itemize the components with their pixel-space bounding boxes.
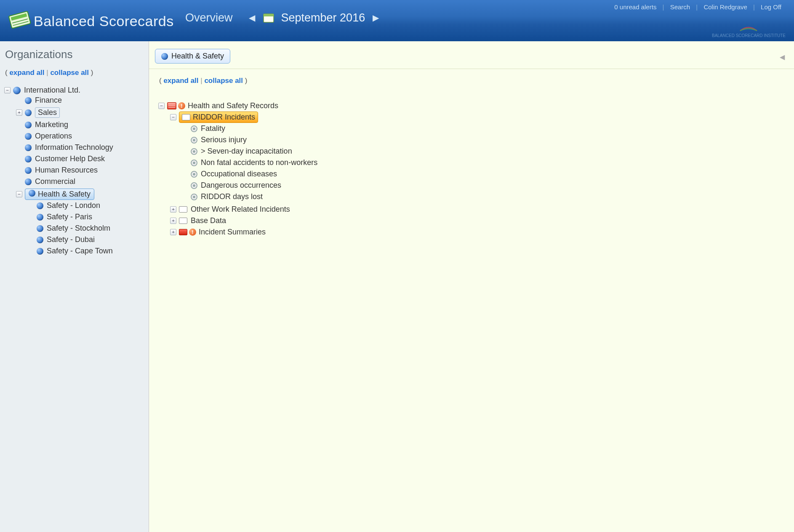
org-orb-icon xyxy=(25,178,32,185)
main-tree-controls: ( expand all | collapse all ) xyxy=(159,77,785,85)
app-logo-icon xyxy=(6,8,34,35)
metric-orb-icon xyxy=(191,148,197,155)
metric-item[interactable]: Dangerous occurrences xyxy=(201,181,281,190)
logoff-link[interactable]: Log Off xyxy=(761,3,781,11)
metric-orb-icon xyxy=(191,182,197,189)
main-collapse-all[interactable]: collapse all xyxy=(204,77,243,85)
breadcrumb-item[interactable]: Health & Safety xyxy=(155,49,230,64)
app-header: 0 unread alerts | Search | Colin Redgrav… xyxy=(0,0,794,41)
org-item-selected[interactable]: Health & Safety xyxy=(25,189,94,200)
calendar-icon xyxy=(263,12,277,24)
svg-rect-5 xyxy=(264,14,274,16)
header-links: 0 unread alerts | Search | Colin Redgrav… xyxy=(610,3,786,11)
period-prev-icon[interactable]: ◀ xyxy=(245,11,258,24)
metric-item[interactable]: Fatality xyxy=(201,124,225,133)
metric-item[interactable]: RIDDOR days lost xyxy=(201,192,263,201)
alerts-link[interactable]: 0 unread alerts xyxy=(614,3,656,11)
metric-orb-icon xyxy=(191,194,197,200)
tree-expand-icon[interactable]: + xyxy=(170,229,176,235)
metric-orb-icon xyxy=(191,137,197,144)
org-orb-icon xyxy=(37,225,43,232)
org-item[interactable]: Safety - Cape Town xyxy=(47,247,113,255)
sidebar: Organizations ( expand all | collapse al… xyxy=(0,41,149,532)
org-orb-icon xyxy=(37,248,43,255)
tree-collapse-icon[interactable]: − xyxy=(170,114,176,120)
org-item[interactable]: Safety - Dubai xyxy=(47,235,95,244)
org-orb-icon xyxy=(25,97,32,104)
org-item[interactable]: Safety - London xyxy=(47,201,100,210)
alert-icon: ! xyxy=(189,229,196,236)
org-item[interactable]: Marketing xyxy=(35,120,68,129)
org-item[interactable]: Finance xyxy=(35,96,62,105)
sidebar-expand-all[interactable]: expand all xyxy=(9,69,44,77)
org-orb-icon xyxy=(25,167,32,174)
org-item[interactable]: Sales xyxy=(35,107,60,118)
panel-collapse-icon[interactable]: ◀ xyxy=(780,53,785,61)
scorecard-root[interactable]: Health and Safety Records xyxy=(188,101,278,110)
app-title: Balanced Scorecards xyxy=(34,13,174,29)
status-white-icon xyxy=(182,114,190,120)
tree-expand-icon[interactable]: + xyxy=(16,109,22,116)
org-orb-icon xyxy=(37,237,43,243)
org-orb-icon xyxy=(13,87,21,94)
metric-orb-icon xyxy=(191,171,197,178)
metric-item[interactable]: > Seven-day incapacitation xyxy=(201,147,292,156)
org-orb-icon xyxy=(25,133,32,140)
scorecard-tree: − ! Health and Safety Records − RIDDOR I… xyxy=(158,100,785,239)
org-item[interactable]: Commercial xyxy=(35,177,75,186)
alert-icon: ! xyxy=(178,102,185,109)
org-orb-icon xyxy=(25,122,32,128)
org-item[interactable]: Customer Help Desk xyxy=(35,154,105,163)
tree-expand-icon[interactable]: + xyxy=(170,206,176,213)
sidebar-title: Organizations xyxy=(5,48,144,61)
status-white-icon xyxy=(179,218,187,224)
nav-area: Overview ◀ September 2016 ▶ xyxy=(185,11,382,24)
tree-expand-icon[interactable]: + xyxy=(170,218,176,224)
org-orb-icon xyxy=(29,190,35,197)
breadcrumb-bar: Health & Safety ◀ xyxy=(149,41,794,69)
main-expand-all[interactable]: expand all xyxy=(163,77,198,85)
search-link[interactable]: Search xyxy=(670,3,690,11)
divider: | xyxy=(696,3,698,11)
metric-item[interactable]: Occupational diseases xyxy=(201,170,277,178)
org-orb-icon xyxy=(25,156,32,162)
user-link[interactable]: Colin Redgrave xyxy=(703,3,747,11)
tree-collapse-icon[interactable]: − xyxy=(158,103,165,109)
metric-item[interactable]: Non fatal accidents to non-workers xyxy=(201,158,317,167)
period-next-icon[interactable]: ▶ xyxy=(369,11,382,24)
sidebar-collapse-all[interactable]: collapse all xyxy=(50,69,89,77)
org-orb-icon xyxy=(25,144,32,151)
bsi-logo: BALANCED SCORECARD INSTITUTE xyxy=(712,23,786,38)
content-area: Organizations ( expand all | collapse al… xyxy=(0,41,794,532)
nav-overview-label[interactable]: Overview xyxy=(185,11,233,24)
tree-collapse-icon[interactable]: − xyxy=(4,87,11,93)
sidebar-tree-controls: ( expand all | collapse all ) xyxy=(5,69,144,77)
scorecard-node[interactable]: Incident Summaries xyxy=(199,228,266,237)
divider: | xyxy=(663,3,664,11)
org-root-label[interactable]: International Ltd. xyxy=(24,86,80,95)
metric-orb-icon xyxy=(191,160,197,166)
org-item[interactable]: Human Resources xyxy=(35,166,98,175)
org-orb-icon xyxy=(37,202,43,209)
org-orb-icon xyxy=(37,214,43,221)
org-item[interactable]: Safety - Stockholm xyxy=(47,224,110,233)
org-item[interactable]: Safety - Paris xyxy=(47,213,92,221)
tree-collapse-icon[interactable]: − xyxy=(16,191,22,197)
main-body: ( expand all | collapse all ) − ! Health… xyxy=(149,69,794,247)
status-red-icon xyxy=(179,229,187,235)
period-label[interactable]: September 2016 xyxy=(281,11,365,24)
metric-orb-icon xyxy=(191,125,197,132)
scorecard-node[interactable]: Other Work Related Incidents xyxy=(191,205,290,214)
list-status-icon xyxy=(167,102,176,109)
scorecard-node-highlighted[interactable]: RIDDOR Incidents xyxy=(179,112,258,123)
org-orb-icon xyxy=(161,53,168,60)
status-white-icon xyxy=(179,206,187,213)
scorecard-node[interactable]: Base Data xyxy=(191,216,226,225)
org-tree: − International Ltd. Finance +Sales Mark… xyxy=(4,85,144,259)
main-panel: Health & Safety ◀ ( expand all | collaps… xyxy=(149,41,794,532)
org-orb-icon xyxy=(25,109,32,116)
org-item[interactable]: Operations xyxy=(35,132,72,141)
org-item[interactable]: Information Technology xyxy=(35,143,113,152)
divider: | xyxy=(753,3,755,11)
metric-item[interactable]: Serious injury xyxy=(201,136,247,144)
